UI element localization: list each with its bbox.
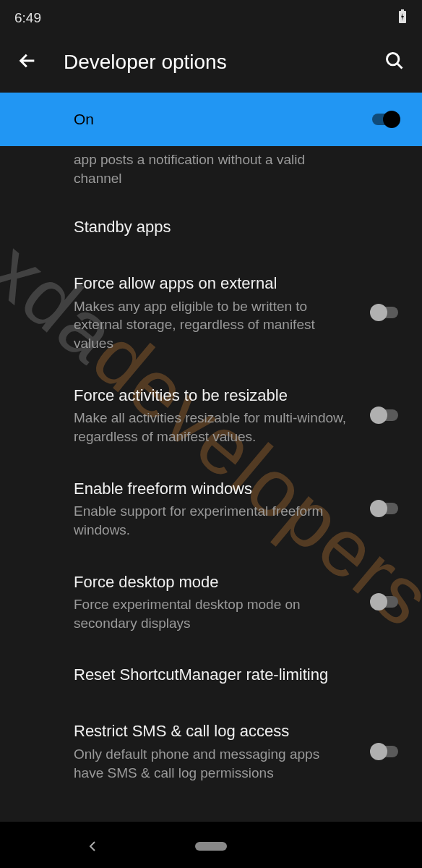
setting-enable-freeform[interactable]: Enable freeform windows Enable support f… xyxy=(0,462,422,556)
partial-setting-item[interactable]: app posts a notification without a valid… xyxy=(0,146,422,200)
setting-desc: Make all activities resizable for multi-… xyxy=(74,409,353,446)
toggle-switch[interactable] xyxy=(370,743,400,760)
toggle-switch[interactable] xyxy=(370,304,400,321)
setting-force-desktop-mode[interactable]: Force desktop mode Force experimental de… xyxy=(0,556,422,649)
master-toggle-switch[interactable] xyxy=(370,111,400,128)
setting-title: Force activities to be resizable xyxy=(74,385,353,407)
setting-title: Reset ShortcutManager rate-limiting xyxy=(74,664,383,686)
battery-icon xyxy=(397,9,408,27)
settings-list: app posts a notification without a valid… xyxy=(0,146,422,798)
toggle-switch[interactable] xyxy=(370,407,400,424)
setting-desc: Makes any app eligible to be written to … xyxy=(74,297,353,353)
setting-reset-shortcutmanager[interactable]: Reset ShortcutManager rate-limiting xyxy=(0,648,422,705)
setting-title: Enable freeform windows xyxy=(74,478,353,500)
setting-standby-apps[interactable]: Standby apps xyxy=(0,200,422,257)
setting-force-activities-resizable[interactable]: Force activities to be resizable Make al… xyxy=(0,369,422,462)
toggle-switch[interactable] xyxy=(370,500,400,517)
setting-force-allow-external[interactable]: Force allow apps on external Makes any a… xyxy=(0,257,422,369)
nav-home-pill[interactable] xyxy=(195,842,227,851)
setting-restrict-sms-calllog[interactable]: Restrict SMS & call log access Only defa… xyxy=(0,705,422,798)
setting-desc: Only default phone and messaging apps ha… xyxy=(74,745,353,782)
partial-setting-desc: app posts a notification without a valid… xyxy=(74,150,350,187)
toggle-switch[interactable] xyxy=(370,593,400,610)
nav-back-button[interactable] xyxy=(87,841,98,852)
app-bar: Developer options xyxy=(0,36,422,93)
svg-point-2 xyxy=(387,54,399,65)
setting-title: Standby apps xyxy=(74,216,383,238)
master-toggle-row[interactable]: On xyxy=(0,93,422,146)
status-bar: 6:49 xyxy=(0,0,422,36)
navigation-bar xyxy=(0,825,422,868)
setting-desc: Enable support for experimental freeform… xyxy=(74,502,353,539)
search-button[interactable] xyxy=(384,51,405,74)
page-title: Developer options xyxy=(64,51,358,74)
master-toggle-label: On xyxy=(74,111,94,128)
svg-rect-1 xyxy=(401,9,404,12)
back-button[interactable] xyxy=(17,51,38,74)
setting-title: Force desktop mode xyxy=(74,571,353,593)
setting-title: Force allow apps on external xyxy=(74,273,353,294)
setting-desc: Force experimental desktop mode on secon… xyxy=(74,595,353,632)
setting-title: Restrict SMS & call log access xyxy=(74,720,353,742)
status-time: 6:49 xyxy=(14,10,41,26)
